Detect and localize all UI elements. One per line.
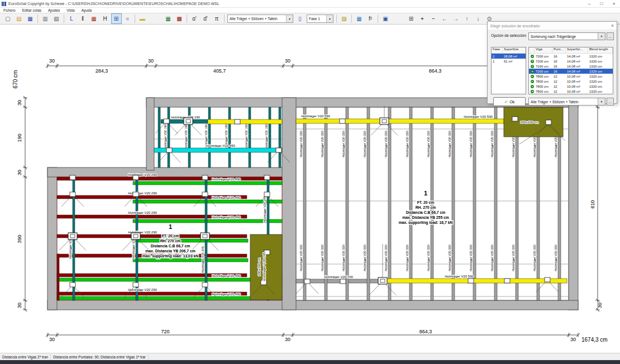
selection-option-label: Opción de selección	[491, 33, 526, 37]
list-row[interactable]: ▼7200 cm1614,08 m²1320 cm	[529, 64, 613, 69]
list-row[interactable]: ◄7800 cm1210,08 m²1320 cm	[529, 89, 613, 94]
print-preview-icon[interactable]: ▧	[51, 13, 62, 24]
column-header[interactable]: Blend length	[588, 47, 613, 53]
prop-symbol	[133, 192, 139, 197]
axis-icon[interactable]: L	[66, 13, 77, 24]
solutions-list[interactable]: VigaPunt...Superfici...Blend length▲7200…	[528, 47, 613, 94]
list-cell: 1320 cm	[588, 70, 613, 73]
folder-icon[interactable]: ▨	[339, 13, 350, 24]
dialog-title-bar[interactable]: Elegir solución de encofrado ×	[488, 22, 617, 30]
pan-left-icon[interactable]: ←	[440, 13, 450, 24]
list-row[interactable]: 161 m²	[492, 59, 526, 64]
beams-icon[interactable]: H	[100, 13, 111, 24]
beam	[279, 107, 281, 167]
prop-symbol	[133, 282, 139, 287]
ok-button-label: Ok	[509, 100, 514, 104]
pan-right-icon[interactable]: →	[451, 13, 461, 24]
table-delete-icon[interactable]: ▩	[174, 13, 185, 24]
list-row[interactable]: ▲7200 cm1614,08 m²1320 cm	[529, 69, 613, 74]
new-file-icon[interactable]: ▢	[3, 13, 13, 24]
phase-doc-icon[interactable]: ▯	[295, 13, 306, 24]
dialog-title: Elegir solución de encofrado	[490, 24, 540, 28]
prop-leg	[75, 239, 86, 250]
beam	[158, 107, 160, 167]
dim-a-icon[interactable]: ɑ'	[189, 13, 200, 24]
toolbar-separator	[64, 15, 64, 23]
list-cell: 16	[552, 70, 566, 73]
minimize-button[interactable]: –	[583, 1, 595, 7]
color-grid-icon[interactable]: ▦	[354, 13, 365, 24]
toolbar-separator	[135, 15, 135, 23]
filter-browse-button[interactable]: …	[607, 98, 614, 106]
chevron-down-icon[interactable]: ▼	[598, 33, 605, 40]
blue-square-icon[interactable]: ▣	[380, 13, 391, 24]
solution-direction-icon: ◄	[529, 90, 535, 93]
list-row[interactable]: ▼7200 cm1614,08 m²1320 cm	[529, 59, 613, 64]
plan-label: Holzträger V20 490	[212, 178, 241, 181]
phase-dropdown[interactable]: Fase 1▼	[307, 15, 333, 23]
pan-up-icon[interactable]: ↑	[462, 13, 473, 24]
menu-item-ajustes[interactable]: Ajustes	[45, 8, 63, 12]
ok-button[interactable]: ✓ Ok	[493, 97, 526, 106]
prop-symbol	[235, 119, 240, 124]
chevron-down-icon[interactable]: ▼	[326, 15, 333, 22]
plan-label: 610	[590, 200, 595, 208]
list-row[interactable]: 128,08 m²	[492, 54, 526, 59]
plan-label: FT. 20 cm	[162, 234, 179, 238]
open-file-icon[interactable]: ▤	[14, 13, 25, 24]
plan-label: Holzträger V20 590	[301, 114, 330, 118]
chevron-down-icon[interactable]: ▼	[598, 98, 605, 105]
formula-icon[interactable]: f²	[365, 13, 376, 24]
prop-symbol	[264, 192, 270, 197]
prop-leg	[171, 153, 180, 162]
print-icon[interactable]: ▥	[40, 13, 51, 24]
sort-browse-button[interactable]: …	[607, 32, 614, 40]
view-filter-dropdown[interactable]: Alle Träger + Stützen + Tafeln▼	[227, 15, 293, 23]
dim-table-icon[interactable]: π	[212, 13, 222, 24]
column-header[interactable]: Fase	[492, 47, 503, 53]
sort-dropdown[interactable]: Sorterung nach Trägerlänge ▼	[528, 32, 605, 40]
list-row[interactable]: ◄7800 cm1210,08 m²1320 cm	[529, 84, 613, 89]
menu-item-fichero[interactable]: Fichero	[0, 8, 19, 12]
zoom-in-icon[interactable]: +	[417, 13, 428, 24]
dim-d-icon[interactable]: d'	[201, 13, 211, 24]
tile-view-icon[interactable]: ⊞	[406, 13, 417, 24]
plan-label: Holzträger V20 190	[164, 124, 167, 150]
plan-label: Holzträger V20 245	[263, 196, 266, 222]
prop-leg	[550, 282, 559, 292]
menu-item-vista[interactable]: Vista	[63, 8, 78, 12]
plan-label: Holzträger V20 330	[469, 131, 473, 157]
list-row[interactable]: ▲7200 cm1614,08 m²1320 cm	[529, 54, 613, 59]
list-cell: 12	[552, 80, 566, 83]
list-row[interactable]: ►7800 cm1210,08 m²1320 cm	[529, 74, 613, 79]
column-header[interactable]: Superficie	[503, 47, 526, 53]
pan-down-icon[interactable]: ↓	[473, 13, 484, 24]
solution-direction-icon: ►	[529, 80, 535, 83]
beam	[57, 278, 282, 281]
column-header[interactable]: Superfici...	[566, 47, 588, 53]
save-icon[interactable]: ▦	[25, 13, 36, 24]
dash-icon[interactable]: ▬	[137, 13, 148, 24]
menu-item-editar-cotas[interactable]: Editar cotas	[19, 8, 45, 12]
filter-dropdown[interactable]: Alle Träger + Stützen + Tafeln ▼	[528, 98, 605, 106]
menu-item-ayuda[interactable]: Ayuda	[78, 8, 95, 12]
column-header[interactable]: Viga	[535, 47, 552, 53]
plan-label: FT. 20 cm	[417, 200, 435, 204]
zoom-icon[interactable]: ○	[122, 13, 133, 24]
grid-table-icon[interactable]: ⊞	[111, 13, 122, 24]
prop-symbol	[184, 118, 193, 124]
column-header[interactable]: Punt...	[552, 47, 566, 53]
columns-icon[interactable]: ‖	[78, 13, 88, 24]
color-blocks-icon[interactable]: ▦	[89, 13, 99, 24]
table-add-icon[interactable]: ▦	[163, 13, 174, 24]
list-cell: 12	[552, 75, 566, 78]
phase-list[interactable]: FaseSuperficie128,08 m²161 m²	[491, 47, 526, 94]
zoom-out-icon[interactable]: −	[428, 13, 439, 24]
list-row[interactable]: ►7800 cm1210,08 m²1320 cm	[529, 79, 613, 84]
plan-label: Holzträger V20 290	[128, 173, 157, 176]
close-button[interactable]: ×	[608, 1, 620, 7]
list-header: VigaPunt...Superfici...Blend length	[529, 47, 613, 54]
chevron-down-icon[interactable]: ▼	[286, 15, 293, 22]
dialog-close-icon[interactable]: ×	[611, 23, 614, 28]
maximize-button[interactable]: □	[595, 1, 608, 7]
